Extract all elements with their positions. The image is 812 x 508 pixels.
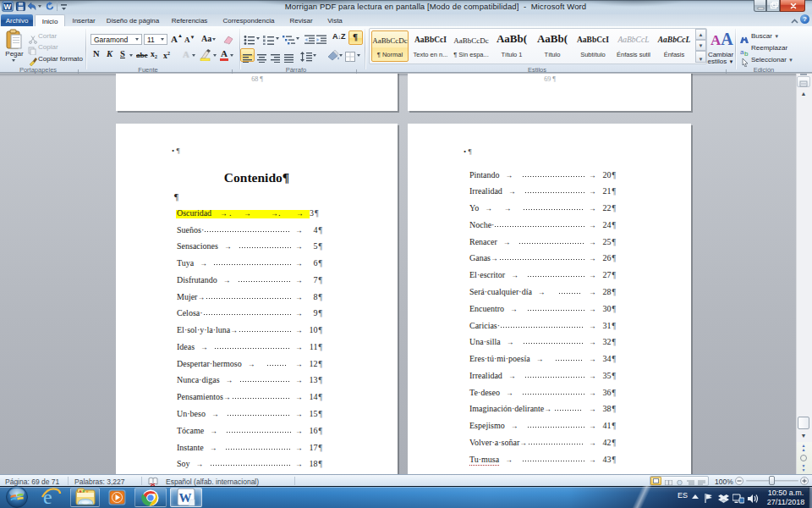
svg-text:W: W bbox=[4, 3, 12, 11]
svg-text:W: W bbox=[179, 491, 192, 505]
